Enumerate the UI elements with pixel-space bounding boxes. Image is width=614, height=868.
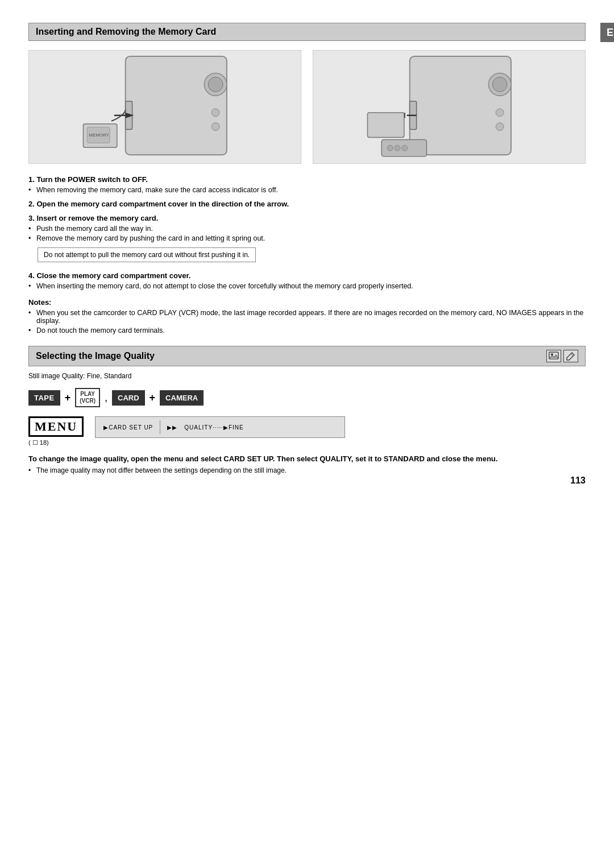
still-image-label: Still image Quality: Fine, Standard (28, 372, 586, 380)
step3-bullet1: Push the memory card all the way in. (28, 225, 586, 233)
quality-icons (546, 350, 578, 362)
svg-text:MEMORY: MEMORY (89, 133, 109, 138)
notes-bullet2: Do not touch the memory card terminals. (28, 326, 586, 334)
bottom-instruction: To change the image quality, open the me… (28, 454, 586, 463)
menu-left: MENU ( ☐ 18) (28, 416, 84, 447)
step4-bullet1: When inserting the memory card, do not a… (28, 282, 586, 290)
camera-badge: CAMERA (160, 390, 204, 406)
vcr-label: (VCR) (80, 398, 96, 404)
svg-point-3 (211, 109, 219, 117)
plus-sign-1: + (65, 392, 71, 404)
diagram-remove (313, 50, 586, 164)
svg-point-14 (496, 123, 504, 131)
menu-badge: MENU (28, 416, 84, 437)
step3-title: 3. Insert or remove the memory card. (28, 214, 586, 222)
plus-sign-2: + (150, 392, 156, 404)
diagram-insert: MEMORY (28, 50, 301, 164)
svg-point-2 (208, 77, 223, 92)
notes-section: Notes: When you set the camcorder to CAR… (28, 298, 586, 334)
svg-point-19 (387, 145, 393, 151)
menu-screen-box: ▶CARD SET UP ▶▶ QUALITY·····▶FINE (95, 416, 345, 438)
menu-screen-item1: ▶CARD SET UP (103, 424, 153, 431)
step3-block: 3. Insert or remove the memory card. Pus… (28, 214, 586, 266)
tape-badge: TAPE (28, 390, 60, 406)
svg-point-20 (395, 145, 400, 151)
menu-row: MENU ( ☐ 18) ▶CARD SET UP ▶▶ QUALITY····… (28, 416, 586, 447)
section2-header: Selecting the Image Quality (28, 346, 586, 366)
section1-title: Inserting and Removing the Memory Card (36, 27, 216, 36)
svg-point-4 (211, 123, 219, 131)
notes-bullet1: When you set the camcorder to CARD PLAY … (28, 309, 586, 325)
mode-row: TAPE + PLAY (VCR) , CARD + CAMERA (28, 388, 586, 407)
card-badge: CARD (112, 390, 145, 406)
svg-point-21 (402, 145, 408, 151)
play-vcr-badge: PLAY (VCR) (75, 388, 100, 407)
svg-point-12 (492, 77, 507, 92)
svg-point-13 (496, 109, 504, 117)
icon-image (546, 350, 561, 362)
step1-bullet1: When removing the memory card, make sure… (28, 186, 586, 194)
page-number: 113 (570, 476, 586, 486)
step2-block: 2. Open the memory card compartment cove… (28, 200, 586, 208)
step1-title: 1. Turn the POWER switch to OFF. (28, 175, 586, 184)
svg-rect-0 (126, 56, 227, 155)
bottom-note: The image quality may not differ between… (28, 466, 586, 474)
section1-header: Inserting and Removing the Memory Card (28, 23, 586, 41)
menu-page-ref: ( ☐ 18) (28, 439, 49, 447)
step3-warning: Do not attempt to pull the memory card o… (38, 247, 256, 262)
step3-bullet2: Remove the memory card by pushing the ca… (28, 234, 586, 242)
menu-screen-item3: QUALITY·····▶FINE (184, 424, 243, 431)
play-label: PLAY (80, 391, 96, 398)
menu-screen-item2: ▶▶ (167, 424, 177, 431)
diagrams-row: MEMORY (28, 50, 586, 164)
menu-screen-divider (160, 420, 160, 434)
step4-title: 4. Close the memory card compartment cov… (28, 271, 586, 280)
comma-sign: , (105, 392, 107, 404)
section2-title: Selecting the Image Quality (36, 351, 155, 361)
notes-title: Notes: (28, 298, 586, 307)
step2-title: 2. Open the memory card compartment cove… (28, 200, 586, 208)
svg-rect-17 (367, 113, 404, 138)
step4-block: 4. Close the memory card compartment cov… (28, 271, 586, 290)
svg-line-24 (571, 354, 573, 356)
icon-pencil (563, 350, 578, 362)
step1-block: 1. Turn the POWER switch to OFF. When re… (28, 175, 586, 194)
sidebar-letter: E (600, 23, 614, 42)
